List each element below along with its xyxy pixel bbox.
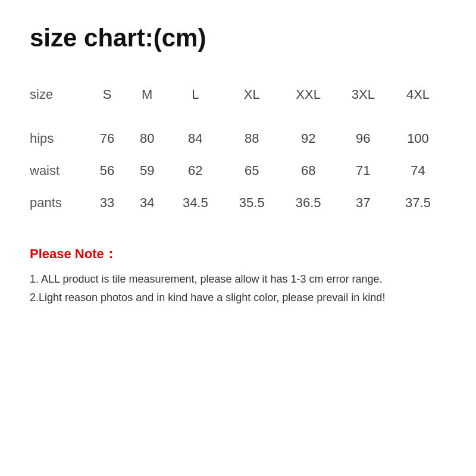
- col-header-xxl: XXL: [280, 76, 337, 113]
- page-title: size chart:(cm): [30, 24, 446, 52]
- note-heading: Please Note：: [30, 245, 446, 263]
- size-chart-table: sizeSMLXLXXL3XL4XL hips768084889296100wa…: [30, 76, 446, 221]
- row-label-waist: waist: [30, 157, 87, 189]
- cell-hips-4XL: 100: [390, 113, 446, 157]
- col-header-m: M: [127, 76, 167, 113]
- col-header-size: size: [30, 76, 87, 113]
- table-row: hips768084889296100: [30, 113, 446, 157]
- cell-waist-S: 56: [87, 157, 127, 189]
- cell-hips-M: 80: [127, 113, 167, 157]
- page-container: size chart:(cm) sizeSMLXLXXL3XL4XL hips7…: [0, 0, 476, 330]
- cell-waist-XXL: 68: [280, 157, 337, 189]
- cell-waist-4XL: 74: [390, 157, 446, 189]
- col-header-s: S: [87, 76, 127, 113]
- cell-waist-L: 62: [167, 157, 224, 189]
- cell-pants-4XL: 37.5: [390, 189, 446, 221]
- cell-hips-XXL: 92: [280, 113, 337, 157]
- col-header-3xl: 3XL: [337, 76, 390, 113]
- table-header-row: sizeSMLXLXXL3XL4XL: [30, 76, 446, 113]
- note-lines: 1. ALL product is tile measurement, plea…: [30, 270, 446, 306]
- note-line: 2.Light reason photos and in kind have a…: [30, 289, 446, 307]
- cell-waist-XL: 65: [224, 157, 280, 189]
- cell-pants-M: 34: [127, 189, 167, 221]
- table-row: pants333434.535.536.53737.5: [30, 189, 446, 221]
- col-header-l: L: [167, 76, 224, 113]
- cell-hips-L: 84: [167, 113, 224, 157]
- please-note-section: Please Note： 1. ALL product is tile meas…: [30, 245, 446, 306]
- cell-waist-M: 59: [127, 157, 167, 189]
- row-label-hips: hips: [30, 113, 87, 157]
- col-header-4xl: 4XL: [390, 76, 446, 113]
- col-header-xl: XL: [224, 76, 280, 113]
- cell-waist-3XL: 71: [337, 157, 390, 189]
- cell-pants-S: 33: [87, 189, 127, 221]
- cell-hips-XL: 88: [224, 113, 280, 157]
- row-label-pants: pants: [30, 189, 87, 221]
- cell-pants-XL: 35.5: [224, 189, 280, 221]
- cell-hips-3XL: 96: [337, 113, 390, 157]
- table-row: waist56596265687174: [30, 157, 446, 189]
- cell-pants-L: 34.5: [167, 189, 224, 221]
- cell-pants-3XL: 37: [337, 189, 390, 221]
- cell-pants-XXL: 36.5: [280, 189, 337, 221]
- cell-hips-S: 76: [87, 113, 127, 157]
- note-line: 1. ALL product is tile measurement, plea…: [30, 270, 446, 289]
